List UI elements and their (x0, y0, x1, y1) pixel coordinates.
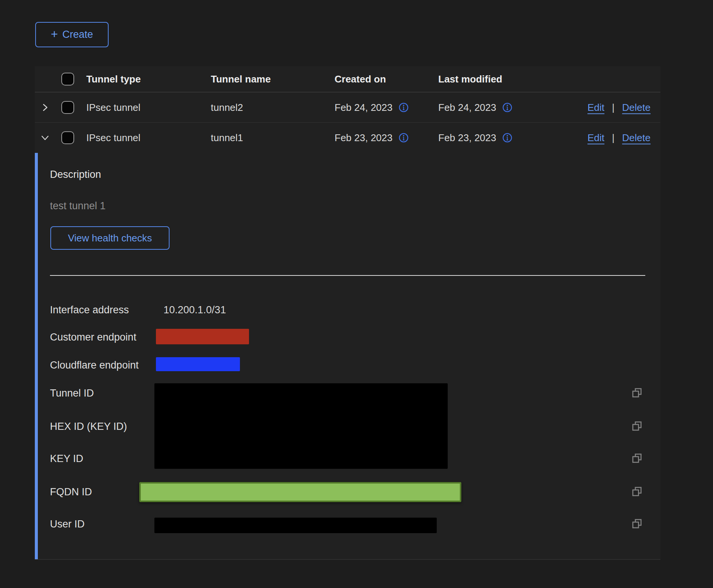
expanded-accent-bar (35, 153, 38, 559)
fqdn-id-label: FQDN ID (50, 486, 92, 498)
column-header-tunnel-name: Tunnel name (211, 73, 271, 85)
interface-address-label: Interface address (50, 304, 129, 316)
tunnel-name-cell: tunnel2 (211, 101, 243, 113)
column-header-tunnel-type: Tunnel type (86, 73, 141, 85)
key-id-label: KEY ID (50, 453, 83, 465)
user-id-label: User ID (50, 518, 85, 530)
tunnel-table: Tunnel type Tunnel name Created on Last … (35, 66, 660, 560)
last-modified-date: Feb 24, 2023 (438, 101, 496, 113)
interface-address-value: 10.200.1.0/31 (163, 304, 226, 316)
row-checkbox[interactable] (61, 101, 74, 114)
tunnel-name-cell: tunnel1 (211, 132, 243, 144)
info-icon[interactable] (502, 102, 512, 112)
column-header-created-on: Created on (335, 73, 386, 85)
copy-icon[interactable] (631, 518, 643, 529)
description-label: Description (50, 169, 101, 180)
fqdn-id-redacted-value (139, 482, 461, 502)
created-on-cell: Feb 23, 2023 (335, 132, 409, 144)
chevron-right-icon[interactable] (39, 102, 51, 113)
info-icon[interactable] (502, 133, 512, 143)
customer-endpoint-label: Customer endpoint (50, 331, 136, 343)
plus-icon: + (51, 28, 58, 40)
cloudflare-endpoint-redacted-value (156, 357, 240, 371)
edit-link[interactable]: Edit (587, 101, 604, 113)
section-divider (50, 275, 645, 276)
table-row: IPsec tunnel tunnel2 Feb 24, 2023 Feb 24… (35, 92, 660, 123)
tunnels-page: + Create Tunnel type Tunnel name Created… (0, 0, 713, 588)
cloudflare-endpoint-label: Cloudflare endpoint (50, 359, 139, 371)
expanded-tunnel-details: Description test tunnel 1 View health ch… (35, 153, 660, 560)
create-button[interactable]: + Create (35, 22, 109, 47)
chevron-down-icon[interactable] (39, 132, 51, 143)
select-all-checkbox[interactable] (61, 73, 74, 86)
actions-separator: | (612, 132, 615, 144)
created-on-date: Feb 24, 2023 (335, 101, 392, 113)
created-on-date: Feb 23, 2023 (335, 132, 392, 144)
last-modified-cell: Feb 23, 2023 (438, 132, 512, 144)
delete-link[interactable]: Delete (622, 132, 651, 144)
copy-icon[interactable] (631, 453, 643, 464)
last-modified-cell: Feb 24, 2023 (438, 101, 512, 113)
created-on-cell: Feb 24, 2023 (335, 101, 409, 113)
view-health-checks-button[interactable]: View health checks (50, 226, 170, 250)
user-id-redacted-value (154, 518, 437, 533)
delete-link[interactable]: Delete (622, 101, 651, 113)
row-actions: Edit | Delete (587, 101, 651, 113)
column-header-last-modified: Last modified (438, 73, 502, 85)
hex-id-label: HEX ID (KEY ID) (50, 421, 127, 432)
create-button-label: Create (62, 29, 93, 40)
tunnel-type-cell: IPsec tunnel (86, 101, 140, 113)
description-value: test tunnel 1 (50, 200, 106, 212)
last-modified-date: Feb 23, 2023 (438, 132, 496, 144)
info-icon[interactable] (399, 102, 409, 112)
copy-icon[interactable] (631, 420, 643, 432)
table-header-row: Tunnel type Tunnel name Created on Last … (35, 66, 660, 92)
copy-icon[interactable] (631, 387, 643, 398)
copy-icon[interactable] (631, 486, 643, 497)
row-actions: Edit | Delete (587, 132, 651, 144)
customer-endpoint-redacted-value (156, 329, 249, 344)
tunnel-type-cell: IPsec tunnel (86, 132, 140, 144)
ids-redacted-value (154, 383, 448, 469)
edit-link[interactable]: Edit (587, 132, 604, 144)
actions-separator: | (612, 101, 615, 113)
tunnel-id-label: Tunnel ID (50, 387, 94, 399)
row-checkbox[interactable] (61, 131, 74, 144)
table-row: IPsec tunnel tunnel1 Feb 23, 2023 Feb 23… (35, 123, 660, 153)
info-icon[interactable] (399, 133, 409, 143)
